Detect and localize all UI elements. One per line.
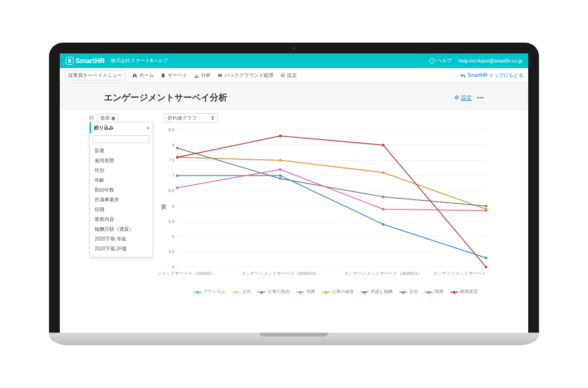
filter-option[interactable]: 部署 — [90, 146, 152, 156]
svg-text:8.5: 8.5 — [168, 127, 174, 132]
legend-item[interactable]: 職務 — [425, 289, 443, 295]
chart-type-select[interactable]: 折れ線グラフ ▲▼ — [164, 113, 218, 123]
gear-icon — [454, 95, 459, 100]
add-row-button[interactable]: 追加 ⊕ — [97, 114, 118, 122]
nav-analysis[interactable]: 分析 — [194, 72, 211, 79]
page-title: エンゲージメントサーベイ分析 — [104, 92, 227, 103]
svg-text:4.5: 4.5 — [168, 249, 174, 254]
filter-option[interactable]: 報酬月額（通貨） — [90, 224, 152, 234]
legend-swatch-icon — [361, 291, 368, 292]
back-to-top-link[interactable]: SmartHR トップにもどる — [461, 72, 523, 79]
svg-point-45 — [382, 171, 384, 174]
svg-text:6: 6 — [172, 204, 174, 209]
brand[interactable]: B SmartHR — [66, 57, 105, 65]
nav-settings-label: 設定 — [287, 72, 297, 79]
row-label: 行 — [89, 115, 94, 121]
svg-point-59 — [176, 156, 178, 158]
svg-point-61 — [382, 144, 384, 146]
nav-home-label: ホーム — [139, 72, 154, 79]
svg-text:質問タ…: 質問タ… — [161, 200, 167, 211]
legend-item[interactable]: 上司 — [232, 289, 251, 295]
nav-analysis-label: 分析 — [201, 72, 211, 79]
svg-point-52 — [279, 177, 281, 180]
legend-label: 承認と報酬 — [370, 289, 392, 295]
filter-option[interactable]: 2020下期.評価 — [90, 244, 152, 254]
filter-option[interactable]: 雇用形態 — [90, 156, 152, 166]
plus-icon: ⊕ — [111, 116, 115, 121]
screen-bezel: B SmartHR 株式会社スマート&ヘルプ ? ヘルプ help-inc+ka… — [49, 43, 539, 333]
legend-label: 文化 — [409, 289, 418, 295]
more-menu-button[interactable]: ••• — [477, 95, 484, 100]
filter-popup-title: 絞り込み — [94, 124, 114, 131]
main-nav: 従業員サーベイメニュー ホーム サーベイ 分析 バックグラウンド処理 — [60, 68, 528, 83]
file-icon — [161, 73, 166, 78]
nav-survey-label: サーベイ — [168, 72, 187, 79]
filter-option[interactable]: 2020下期.等級 — [90, 234, 152, 244]
svg-point-47 — [176, 174, 178, 177]
back-arrow-icon — [461, 73, 466, 78]
svg-point-0 — [282, 74, 284, 76]
svg-point-55 — [176, 187, 178, 189]
legend-item[interactable]: 仕事の負担 — [258, 289, 290, 295]
help-link[interactable]: ? ヘルプ — [429, 57, 452, 64]
select-updown-icon: ▲▼ — [211, 115, 215, 121]
laptop-frame: B SmartHR 株式会社スマート&ヘルプ ? ヘルプ help-inc+ka… — [49, 43, 539, 345]
filter-option[interactable]: 役職 — [90, 205, 152, 215]
company-name: 株式会社スマート&ヘルプ — [111, 57, 168, 64]
brand-name: SmartHR — [75, 57, 105, 65]
add-row-label: 追加 — [100, 115, 110, 121]
svg-text:8: 8 — [172, 143, 174, 147]
svg-point-50 — [485, 257, 487, 259]
page-settings-link[interactable]: 設定 — [454, 94, 472, 101]
page-settings-label: 設定 — [461, 94, 472, 101]
close-icon[interactable]: × — [147, 125, 149, 131]
nav-background[interactable]: バックグラウンド処理 — [218, 72, 273, 79]
filter-option[interactable]: 業務内容 — [90, 215, 152, 224]
svg-point-56 — [279, 168, 281, 170]
filter-search-input[interactable] — [93, 135, 149, 143]
svg-text:7: 7 — [172, 173, 174, 178]
filter-option[interactable]: 勤続年数 — [90, 185, 152, 195]
legend-label: 同僚 — [306, 289, 315, 295]
svg-text:4: 4 — [172, 265, 174, 269]
legend-swatch-icon — [258, 291, 266, 292]
svg-point-53 — [382, 195, 384, 198]
home-icon — [132, 73, 137, 78]
svg-point-60 — [279, 135, 281, 137]
svg-text:5.5: 5.5 — [168, 219, 174, 224]
svg-text:エンゲージメントサーベイ: エンゲージメントサーベイ — [433, 271, 486, 276]
legend-item[interactable]: 承認と報酬 — [361, 289, 392, 295]
legend-swatch-icon — [296, 291, 304, 292]
nav-survey[interactable]: サーベイ — [161, 72, 187, 79]
chart-controls: 行 追加 ⊕ 折れ線グラフ ▲▼ — [89, 113, 514, 123]
filter-option[interactable]: 年齢 — [90, 175, 152, 185]
legend-label: 仕事の負担 — [268, 289, 290, 295]
nav-home[interactable]: ホーム — [132, 72, 154, 79]
account-email[interactable]: help-inc+kanri@smarthr.co.jp — [459, 58, 522, 64]
page-header: エンゲージメントサーベイ分析 設定 ••• — [60, 83, 528, 110]
survey-menu-button[interactable]: 従業員サーベイメニュー — [65, 71, 125, 80]
legend-item[interactable]: 心身の健康 — [322, 289, 354, 295]
laptop-base — [49, 333, 539, 345]
gear-icon — [280, 73, 285, 78]
app-screen: B SmartHR 株式会社スマート&ヘルプ ? ヘルプ help-inc+ka… — [60, 53, 528, 333]
line-chart[interactable]: 44.555.566.577.588.5エンゲージメントサーベイ（2020/9）… — [158, 125, 491, 287]
filter-option[interactable]: 所属事業所 — [90, 195, 152, 205]
svg-text:6.5: 6.5 — [168, 188, 174, 193]
legend-item[interactable]: アウトカム — [194, 289, 225, 295]
legend-item[interactable]: 同僚 — [296, 289, 315, 295]
svg-point-57 — [382, 208, 384, 210]
svg-point-51 — [176, 147, 178, 149]
filter-option[interactable]: 性別 — [90, 166, 152, 175]
svg-text:エンゲージメントサーベイ（2020/11）: エンゲージメントサーベイ（2020/11） — [344, 271, 422, 276]
svg-point-49 — [382, 223, 384, 225]
filter-popup-header: 絞り込み × — [90, 122, 152, 133]
legend-item[interactable]: 離職意思 — [450, 289, 478, 295]
legend-swatch-icon — [322, 291, 330, 292]
legend-item[interactable]: 文化 — [399, 289, 418, 295]
svg-text:5: 5 — [172, 234, 174, 239]
nav-background-label: バックグラウンド処理 — [224, 72, 273, 79]
nav-settings[interactable]: 設定 — [280, 72, 297, 79]
svg-text:エンゲージメントサーベイ（2020/10）: エンゲージメントサーベイ（2020/10） — [242, 271, 319, 276]
legend-label: 心身の健康 — [332, 289, 354, 295]
